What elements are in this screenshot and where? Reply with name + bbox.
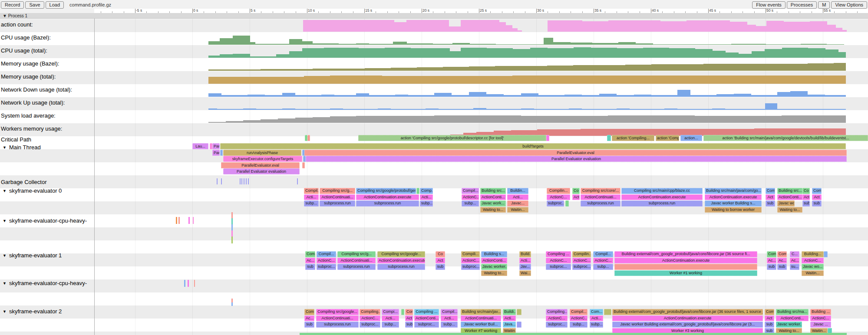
event-bar[interactable]: ActionC...	[547, 194, 570, 200]
event-bar[interactable]: Acti...	[441, 315, 458, 322]
event-bar[interactable]: subp...	[420, 200, 433, 207]
event-bar[interactable]: Compiling...	[546, 309, 568, 315]
event-bar[interactable]: Building external/com_google_protobuf/ja…	[612, 309, 763, 315]
collapse-arrow-icon[interactable]: ▼	[3, 145, 7, 150]
event-bar[interactable]	[517, 322, 521, 328]
event-bar[interactable]: Compiling...	[360, 309, 380, 315]
record-button[interactable]: Record	[1, 1, 24, 9]
event-bar[interactable]: Building src/main/jav...	[461, 309, 501, 315]
process-expander-arrow[interactable]: ▼	[3, 13, 7, 18]
event-bar[interactable]: Compil...	[441, 309, 458, 315]
event-bar[interactable]	[565, 200, 569, 207]
event-tick[interactable]	[231, 302, 233, 306]
event-bar[interactable]: ActionContinuation.execute	[621, 194, 703, 200]
event-tick[interactable]	[178, 217, 180, 224]
event-bar[interactable]: subprocess.run	[377, 264, 425, 270]
event-bar[interactable]: Com	[767, 251, 776, 257]
event-bar[interactable]: Com	[405, 309, 413, 315]
event-bar[interactable]: Acti...	[382, 315, 399, 322]
event-bar[interactable]: subp...	[590, 322, 603, 328]
event-bar[interactable]: subproc...	[547, 200, 564, 207]
event-bar[interactable]: Compiling src/main/cpp/blaze.cc	[621, 188, 703, 194]
event-bar[interactable]: subp...	[441, 322, 458, 328]
event-bar[interactable]: subprocess.run	[337, 264, 376, 270]
event-bar[interactable]	[302, 162, 305, 168]
event-bar[interactable]: sub	[304, 322, 314, 328]
event-bar[interactable]: Javac worker...	[481, 264, 507, 270]
event-bar[interactable]: subp...	[593, 264, 613, 270]
event-bar[interactable]	[220, 150, 223, 156]
event-bar[interactable]: subprocess.run	[320, 200, 355, 207]
event-bar[interactable]: Worker #1 working	[614, 270, 757, 276]
event-bar[interactable]: ActionContinuation.execute	[612, 315, 763, 322]
event-bar[interactable]: ActionContinuation.execute	[377, 258, 425, 264]
event-bar[interactable]: Com	[812, 188, 822, 194]
event-bar[interactable]: Com	[765, 309, 774, 315]
event-bar[interactable]: Lau...	[192, 143, 208, 149]
event-bar[interactable]: Comp...	[420, 188, 433, 194]
event-bar[interactable]: subproc...	[414, 322, 439, 328]
event-bar[interactable]: Act	[405, 315, 413, 322]
event-bar[interactable]: Par	[212, 143, 220, 149]
flow-events-button[interactable]: Flow events	[752, 1, 785, 9]
metrics-button[interactable]: M	[818, 1, 830, 9]
event-bar[interactable]: ParallelEvaluator.eval	[221, 162, 300, 168]
event-bar[interactable]: Building...	[802, 251, 824, 257]
event-bar[interactable]: Ac...	[777, 258, 787, 264]
event-tick[interactable]	[240, 178, 241, 184]
event-bar[interactable]: ActionConti...	[776, 315, 809, 322]
event-tick[interactable]	[248, 178, 249, 184]
event-tick[interactable]	[231, 236, 233, 243]
event-bar[interactable]: Building src/ma...	[776, 309, 809, 315]
event-bar[interactable]: Compil...	[462, 188, 479, 194]
event-bar[interactable]: Com	[766, 188, 775, 194]
event-tick[interactable]	[217, 178, 218, 184]
event-bar[interactable]: Wai...	[519, 270, 531, 276]
event-bar[interactable]: Compiling src/core/...	[581, 188, 620, 194]
event-tick[interactable]	[188, 280, 189, 287]
event-bar[interactable]: Building src...	[777, 188, 802, 194]
event-bar[interactable]: ActionConti...	[414, 315, 439, 322]
event-bar[interactable]: Compilin...	[547, 188, 570, 194]
collapse-arrow-icon[interactable]: ▼	[3, 281, 7, 286]
event-bar[interactable]: ActionConti...	[481, 258, 507, 264]
event-bar[interactable]: subprocess.run	[356, 200, 419, 207]
event-bar[interactable]: subproc...	[461, 264, 480, 270]
event-tick[interactable]	[231, 224, 233, 230]
collapse-arrow-icon[interactable]: ▼	[3, 253, 7, 258]
event-bar[interactable]: ActionConti...	[480, 194, 506, 200]
event-bar[interactable]: Acti...	[503, 315, 516, 322]
event-bar[interactable]: Javac wo...	[802, 264, 824, 270]
event-tick[interactable]	[231, 299, 233, 302]
event-bar[interactable]: Acti...	[590, 315, 603, 322]
event-bar[interactable]: buildTargets	[220, 143, 846, 149]
event-tick[interactable]	[297, 178, 298, 184]
event-bar[interactable]: Par	[212, 150, 220, 156]
event-bar[interactable]: ActionC...	[802, 258, 824, 264]
event-bar[interactable]: sub	[777, 264, 787, 270]
event-bar[interactable]: Compiling src/google/protobuf/generat...	[356, 188, 416, 194]
event-bar[interactable]	[614, 264, 757, 270]
event-bar[interactable]: action 'Building src/main/java/com/googl…	[703, 135, 868, 141]
event-bar[interactable]	[517, 309, 521, 315]
event-bar[interactable]: subproc...	[360, 322, 380, 328]
event-bar[interactable]: Com	[305, 251, 315, 257]
event-bar[interactable]: action 'Compiling src/google/protobuf/de…	[358, 135, 546, 141]
event-tick[interactable]	[194, 280, 195, 287]
track-label-main-thread[interactable]: ▼Main Thread	[3, 144, 41, 151]
event-bar[interactable]: Act	[766, 194, 775, 200]
event-bar[interactable]	[604, 309, 611, 315]
event-bar[interactable]: Compil...	[317, 251, 336, 257]
event-bar[interactable]: ActionC...	[593, 258, 613, 264]
event-bar[interactable]: Build...	[519, 251, 531, 257]
save-button[interactable]: Save	[25, 1, 44, 9]
event-bar[interactable]: subproc...	[317, 264, 336, 270]
event-bar[interactable]: action 'Compiling...	[612, 135, 654, 141]
event-bar[interactable]: ActionC...	[546, 315, 568, 322]
event-bar[interactable]	[401, 309, 404, 315]
event-tick[interactable]	[246, 178, 247, 184]
event-bar[interactable]: Javac worker...	[776, 322, 802, 328]
event-bar[interactable]: Javac wor...	[777, 200, 795, 207]
event-bar[interactable]	[607, 135, 611, 141]
track-label-skyframe-evaluator-0[interactable]: ▼skyframe-evaluator 0	[3, 187, 62, 194]
